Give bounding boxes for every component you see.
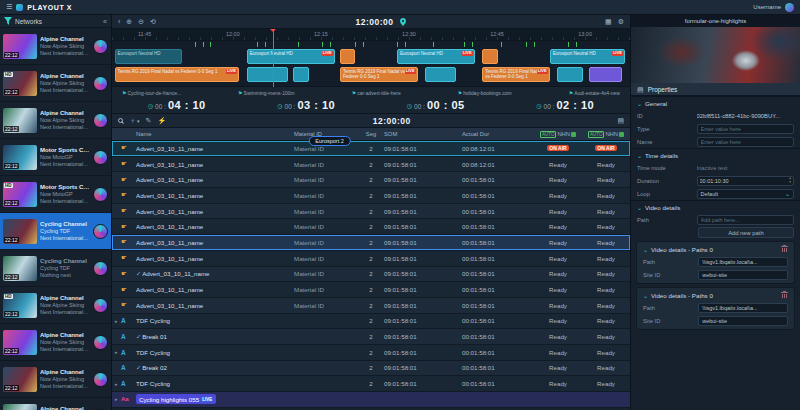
status-text: Ready	[549, 333, 567, 340]
collapse-sidebar-icon[interactable]: «	[103, 18, 107, 25]
zoom-out-icon[interactable]: ⊖	[138, 18, 144, 25]
section-time-details[interactable]: ⌄ Time details	[631, 148, 800, 161]
rundown-row[interactable]: ☛Advert_03_10_11_nameMaterial ID209:01:5…	[112, 157, 630, 173]
name-cell: TDF Cycling	[136, 349, 294, 356]
avatar[interactable]	[785, 3, 794, 12]
timeline-clip[interactable]	[340, 49, 356, 64]
timeline-clip[interactable]	[425, 67, 456, 82]
type-input[interactable]	[697, 124, 794, 134]
path-value-input[interactable]	[698, 257, 788, 267]
rundown-row[interactable]: ☛Advert_03_10_11_nameMaterial ID209:01:5…	[112, 204, 630, 220]
username[interactable]: Username	[753, 4, 781, 10]
toggle-icon[interactable]	[571, 132, 576, 137]
duration-input[interactable]	[700, 178, 790, 184]
expander-icon[interactable]: ▸	[115, 396, 120, 402]
trash-icon[interactable]	[781, 245, 788, 253]
expander-icon[interactable]: ▸	[115, 349, 120, 355]
grid-icon[interactable]: ▦	[605, 18, 612, 25]
rundown-row[interactable]: ☛Advert_03_10_11_nameMaterial ID209:01:5…	[112, 141, 630, 157]
trash-icon[interactable]	[781, 291, 788, 299]
site-id-input[interactable]	[698, 316, 788, 326]
rundown-row[interactable]: ▸ATDF Cycling209:01:58:0100:01:58:01Read…	[112, 376, 630, 392]
timeline-clip[interactable]: Tennis RG 2019 Final Nadal vs Federer 0-…	[340, 67, 418, 82]
timeline-clip[interactable]: Eurosport Neutral HD	[115, 49, 182, 64]
filter-icon[interactable]	[4, 17, 12, 25]
rundown-row[interactable]: ☛Advert_03_10_11_nameMaterial ID209:01:5…	[112, 188, 630, 204]
lightning-icon[interactable]: ⚡	[157, 117, 166, 124]
site-id-input[interactable]	[698, 270, 788, 280]
som-cell: 09:01:58:01	[384, 349, 462, 356]
channel-item[interactable]: 22:12Cycling ChannelCycling TDFNext Inte…	[0, 213, 111, 250]
rundown-row[interactable]: ☛✓Advert_03_10_11_nameMaterial ID209:01:…	[112, 267, 630, 283]
undo-icon[interactable]: ⟲	[150, 18, 156, 25]
path-card-header[interactable]: ⌄Video details - Paths 0	[637, 243, 794, 255]
toggle-icon[interactable]	[619, 132, 624, 137]
channel-item[interactable]: 22:12Motor Sports ChannelNow MotoGPNext …	[0, 139, 111, 176]
field-type: Type	[631, 122, 800, 135]
edit-icon[interactable]: ✎	[146, 117, 152, 124]
field-label: Path	[637, 217, 694, 223]
expander-icon[interactable]: ▸	[115, 381, 120, 387]
sidebar-header: Networks «	[0, 15, 111, 28]
som-cell: 09:01:58:01	[384, 255, 462, 262]
timeline-ruler[interactable]: 11:4512:0012:1512:3012:4513:00	[112, 29, 630, 41]
timeline-clip[interactable]	[557, 67, 583, 82]
add-new-path-button[interactable]: Add new path	[698, 227, 794, 238]
stepper-down-icon[interactable]: ▾	[789, 181, 791, 184]
location-pin-icon[interactable]	[400, 18, 406, 26]
name-input[interactable]	[697, 137, 794, 147]
menu-icon[interactable]: ☰	[6, 3, 12, 11]
rundown-row[interactable]: A✓Break 02209:01:58:0100:01:58:01ReadyRe…	[112, 361, 630, 377]
rundown-row[interactable]: ▸ATDF Cycling209:01:58:0100:01:58:01Read…	[112, 345, 630, 361]
chevron-down-icon: ⌄	[637, 152, 642, 159]
rundown-row[interactable]: ☛Advert_03_10_11_nameMaterial ID209:01:5…	[112, 219, 630, 235]
path-value-input[interactable]	[698, 303, 788, 313]
rundown-row[interactable]: ▸ATDF Cycling209:01:58:0100:01:58:01Read…	[112, 314, 630, 330]
channel-item[interactable]: HD22:12Alpine ChannelNow Alpine SkiingNe…	[0, 65, 111, 102]
group-badge[interactable]: Eurosport 2	[308, 136, 350, 146]
section-general[interactable]: ⌄ General	[631, 96, 800, 109]
playhead[interactable]	[273, 29, 274, 87]
timeline-clip[interactable]: Eurosport Neutral HDLIVE	[550, 49, 625, 64]
zoom-in-icon[interactable]: ⊕	[126, 18, 132, 25]
rundown-row[interactable]: ▸AaCycling highlights 055LIVE	[112, 392, 630, 408]
chevron-down-icon: ⌄	[643, 292, 648, 299]
timeline-clip[interactable]	[589, 67, 623, 82]
add-item-button[interactable]: ＋ ▾	[129, 117, 140, 124]
channel-item[interactable]: 22:12Alpine ChannelNow Alpine SkiingNext…	[0, 324, 111, 361]
timeline-clip[interactable]	[247, 67, 288, 82]
section-video-details[interactable]: ⌄ Video details	[631, 200, 800, 213]
rundown-row[interactable]: ☛Advert_03_10_11_nameMaterial ID209:01:5…	[112, 172, 630, 188]
channel-item[interactable]: 22:12Alpine ChannelNow Alpine SkiingNext…	[0, 102, 111, 139]
rundown-row[interactable]: ☛Advert_03_10_11_nameMaterial ID209:01:5…	[112, 298, 630, 314]
path-input[interactable]	[697, 215, 794, 225]
channel-item[interactable]: HD22:12Motor Sports ChannelNow MotoGPNex…	[0, 176, 111, 213]
loop-select[interactable]: Default ⌄	[697, 189, 794, 199]
path-card-header[interactable]: ⌄Video details - Paths 0	[637, 289, 794, 301]
stepper-arrows[interactable]: ▴ ▾	[789, 177, 791, 183]
channel-item[interactable]: 22:12Alpine ChannelNow Alpine SkiingNext…	[0, 361, 111, 398]
channel-item[interactable]: 22:12Alpine ChannelNow Alpine SkiingNext…	[0, 28, 111, 65]
rundown-row[interactable]: ☛Advert_03_10_11_nameMaterial ID209:01:5…	[112, 251, 630, 267]
duration-stepper[interactable]: ▴ ▾	[697, 176, 794, 186]
rundown-row[interactable]: ☛Advert_03_10_11_nameMaterial ID209:01:5…	[112, 235, 630, 251]
timeline-clip[interactable]: Tennis RG 2019 Final Nadal vs Federer 0-…	[115, 67, 239, 82]
channel-item[interactable]: 22:12Alpine ChannelNow Alpine SkiingNext…	[0, 398, 111, 410]
expander-icon[interactable]: ▸	[115, 318, 120, 324]
rundown-row[interactable]: A✓Break 01209:01:58:0100:01:58:01ReadyRe…	[112, 329, 630, 345]
gear-icon[interactable]: ⚙	[618, 18, 624, 25]
timeline-clip[interactable]: Eurosport Neutral HDLIVE	[397, 49, 475, 64]
search-icon[interactable]	[118, 118, 123, 123]
status-cell-2: Ready	[582, 333, 630, 340]
timeline-clip[interactable]	[482, 49, 498, 64]
timeline-clip[interactable]: Eurosport Neutral HDLIVE	[247, 49, 335, 64]
path-card: ⌄Video details - Paths 0PathSite ID	[636, 287, 795, 330]
rundown-row[interactable]: ☛Advert_03_10_11_nameMaterial ID209:01:5…	[112, 282, 630, 298]
list-icon[interactable]: ▤	[617, 117, 624, 124]
channel-item[interactable]: HD22:12Alpine ChannelNow Alpine SkiingNe…	[0, 287, 111, 324]
channel-item[interactable]: 22:12Cycling ChannelCycling TDFNothing n…	[0, 250, 111, 287]
back-icon[interactable]: ‹	[118, 18, 120, 25]
timeline-clip[interactable]	[293, 67, 309, 82]
flag-icon: ⚑	[352, 90, 356, 96]
timeline-clip[interactable]: Tennis RG 2019 Final Nadal vs Federer 0-…	[482, 67, 549, 82]
